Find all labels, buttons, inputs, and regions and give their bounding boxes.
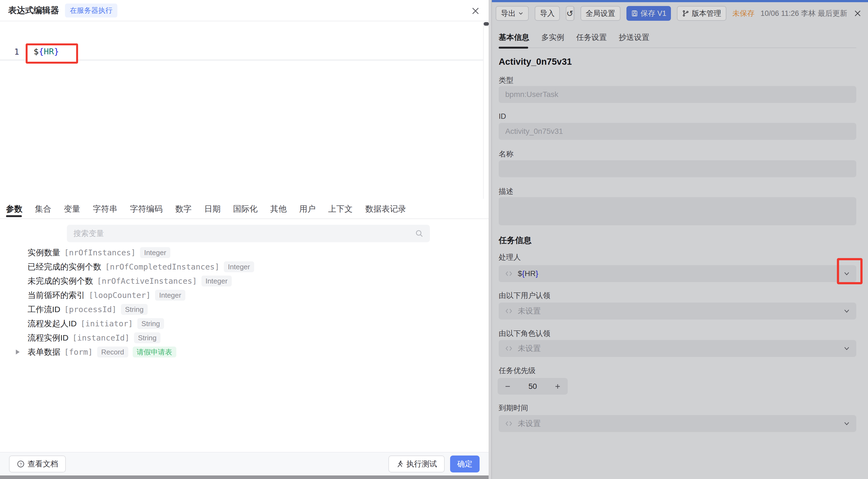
last-updated-text: 10/06 11:26 李林 最后更新 bbox=[761, 8, 847, 18]
type-badge: String bbox=[134, 332, 161, 343]
close-icon bbox=[471, 6, 480, 16]
tab-collection[interactable]: 集合 bbox=[35, 204, 51, 215]
unsaved-status: 未保存 bbox=[732, 8, 754, 18]
priority-stepper: 50 bbox=[498, 378, 568, 395]
code-brace-close: } bbox=[54, 47, 59, 56]
tab-task-settings[interactable]: 任务设置 bbox=[576, 32, 607, 42]
tab-cc-settings[interactable]: 抄送设置 bbox=[619, 32, 649, 42]
type-badge: Integer bbox=[140, 247, 170, 258]
view-docs-button[interactable]: ? 查看文档 bbox=[9, 455, 66, 473]
list-item[interactable]: 已经完成的实例个数 [nrOfCompletedInstances] Integ… bbox=[0, 260, 483, 274]
code-brace-open: { bbox=[39, 47, 44, 56]
properties-panel: 导出 导入 ↺ ↻ 全局设置 bbox=[491, 0, 868, 479]
tab-multi-instance[interactable]: 多实例 bbox=[541, 32, 564, 42]
variable-key: [nrOfInstances] bbox=[64, 248, 136, 257]
background-strip bbox=[0, 475, 489, 479]
name-field[interactable] bbox=[499, 160, 856, 177]
type-badge: Integer bbox=[155, 290, 185, 301]
name-input[interactable] bbox=[505, 164, 850, 173]
import-button[interactable]: 导入 bbox=[535, 6, 560, 21]
search-input[interactable] bbox=[73, 229, 414, 238]
minus-icon bbox=[504, 383, 511, 390]
line-number: 1 bbox=[8, 47, 19, 57]
claim-user-select[interactable]: 未设置 bbox=[499, 303, 856, 320]
code-icon bbox=[505, 345, 513, 353]
code-icon bbox=[505, 270, 513, 278]
list-item[interactable]: 实例数量 [nrOfInstances] Integer bbox=[0, 245, 483, 260]
list-item[interactable]: 当前循环的索引 [loopCounter] Integer bbox=[0, 288, 483, 302]
panel-top-accent bbox=[492, 0, 868, 2]
type-input bbox=[505, 90, 850, 99]
editor-scrollbar[interactable] bbox=[484, 22, 489, 26]
type-badge: String bbox=[137, 318, 164, 329]
save-label: 保存 V1 bbox=[641, 8, 666, 18]
plus-icon bbox=[554, 383, 561, 390]
tab-variable[interactable]: 变量 bbox=[64, 204, 80, 215]
tab-i18n[interactable]: 国际化 bbox=[233, 204, 258, 215]
description-field[interactable] bbox=[499, 197, 856, 225]
dialog-close-button[interactable] bbox=[470, 5, 481, 17]
tab-other[interactable]: 其他 bbox=[270, 204, 287, 215]
expression-editor-dialog: 表达式编辑器 在服务器执行 1 ${HR} 参数 集合 变量 字符串 字符编码 … bbox=[0, 0, 489, 475]
list-item[interactable]: 流程实例ID [instanceId] String bbox=[0, 331, 483, 345]
type-badge: Record bbox=[97, 347, 128, 357]
variable-name: 实例数量 bbox=[28, 247, 60, 258]
tab-encoding[interactable]: 字符编码 bbox=[130, 204, 163, 215]
panel-tabs-divider bbox=[499, 48, 856, 48]
due-time-value: 未设置 bbox=[518, 418, 541, 429]
help-icon: ? bbox=[17, 460, 25, 468]
global-settings-button[interactable]: 全局设置 bbox=[581, 6, 620, 21]
variable-key: [nrOfCompletedInstances] bbox=[105, 262, 219, 271]
variable-key: [processId] bbox=[64, 305, 117, 314]
dialog-title: 表达式编辑器 bbox=[8, 5, 59, 16]
list-item[interactable]: 流程发起人ID [initiator] String bbox=[0, 317, 483, 331]
tab-table-record[interactable]: 数据表记录 bbox=[365, 204, 406, 215]
list-item[interactable]: 未完成的实例个数 [nrOfActiveInstances] Integer bbox=[0, 274, 483, 288]
properties-region: 导出 导入 ↺ ↻ 全局设置 bbox=[489, 0, 868, 479]
tab-number[interactable]: 数字 bbox=[175, 204, 192, 215]
expand-caret-icon[interactable] bbox=[16, 350, 20, 355]
plus-button[interactable] bbox=[554, 383, 562, 390]
version-manage-button[interactable]: 版本管理 bbox=[677, 6, 726, 21]
id-input bbox=[505, 127, 850, 136]
export-button[interactable]: 导出 bbox=[496, 6, 529, 21]
variable-name: 工作流ID bbox=[28, 304, 60, 315]
list-item[interactable]: 工作流ID [processId] String bbox=[0, 302, 483, 317]
tab-basic-info[interactable]: 基本信息 bbox=[499, 32, 529, 42]
save-button[interactable]: 保存 V1 bbox=[626, 6, 671, 21]
editor-right-border bbox=[483, 22, 484, 199]
tab-user[interactable]: 用户 bbox=[299, 204, 315, 215]
code-icon bbox=[505, 307, 513, 315]
minus-button[interactable] bbox=[504, 383, 512, 390]
type-field bbox=[499, 86, 856, 103]
code-variable: HR bbox=[44, 47, 54, 56]
confirm-button[interactable]: 确定 bbox=[450, 455, 479, 473]
code-editor[interactable]: 1 ${HR} bbox=[0, 22, 483, 199]
tab-context[interactable]: 上下文 bbox=[328, 204, 353, 215]
view-docs-label: 查看文档 bbox=[28, 459, 58, 469]
due-time-label: 到期时间 bbox=[499, 403, 528, 413]
id-label: ID bbox=[499, 112, 506, 121]
due-time-select[interactable]: 未设置 bbox=[499, 415, 856, 432]
assignee-expression-dollar: $ bbox=[518, 269, 522, 278]
variable-key: [nrOfActiveInstances] bbox=[97, 276, 197, 286]
assignee-expression-var: HR bbox=[525, 269, 535, 278]
priority-value[interactable]: 50 bbox=[512, 382, 554, 391]
panel-close-button[interactable] bbox=[853, 9, 862, 18]
tab-date[interactable]: 日期 bbox=[204, 204, 221, 215]
redo-button[interactable]: ↻ bbox=[573, 6, 575, 20]
claim-role-select[interactable]: 未设置 bbox=[499, 340, 856, 357]
list-item[interactable]: 表单数据 [form] Record 请假申请表 bbox=[0, 345, 483, 359]
tab-params[interactable]: 参数 bbox=[6, 204, 22, 215]
assignee-select[interactable]: ${HR} bbox=[499, 265, 856, 282]
variable-name: 已经完成的实例个数 bbox=[28, 261, 101, 273]
code-icon bbox=[505, 419, 513, 428]
description-input[interactable] bbox=[505, 197, 850, 227]
run-test-button[interactable]: 执行测试 bbox=[389, 455, 445, 473]
tab-string[interactable]: 字符串 bbox=[93, 204, 117, 215]
server-exec-badge: 在服务器执行 bbox=[65, 4, 117, 18]
redo-icon: ↻ bbox=[574, 9, 575, 18]
variable-name: 表单数据 bbox=[28, 347, 60, 358]
variable-search[interactable] bbox=[67, 225, 430, 242]
undo-button[interactable]: ↺ bbox=[566, 6, 573, 20]
